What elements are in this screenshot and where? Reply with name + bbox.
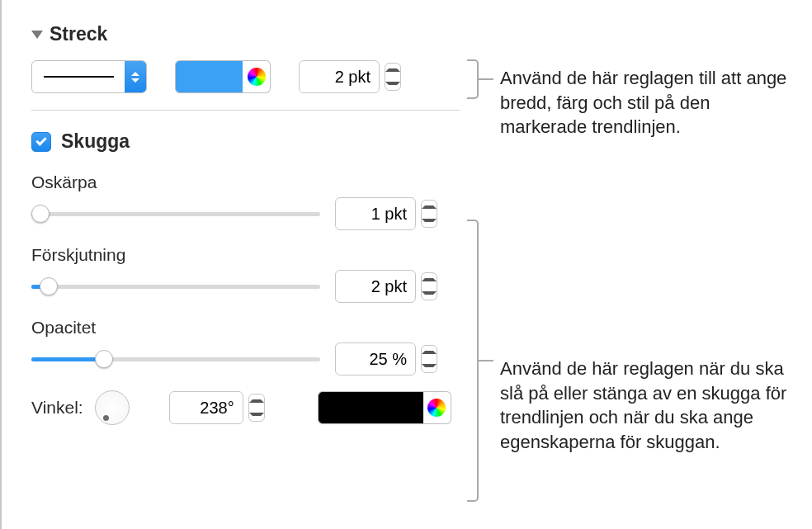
- stepper-up-icon: [385, 64, 400, 77]
- color-wheel-icon: [248, 68, 266, 86]
- stroke-section-header[interactable]: Streck: [31, 23, 460, 45]
- callout-tail-bottom: [479, 360, 493, 361]
- shadow-color-well: [318, 391, 451, 424]
- checkmark-icon: [35, 135, 46, 145]
- angle-label: Vinkel:: [31, 398, 83, 418]
- angle-dial[interactable]: [95, 390, 130, 425]
- blur-label: Oskärpa: [31, 172, 460, 192]
- shadow-color-picker-button[interactable]: [423, 391, 451, 424]
- disclosure-triangle-icon: [31, 31, 43, 39]
- blur-input[interactable]: [335, 197, 416, 230]
- angle-stepper[interactable]: [248, 394, 265, 422]
- shadow-title: Skugga: [61, 130, 130, 153]
- stroke-color-picker-button[interactable]: [243, 60, 271, 93]
- offset-stepper[interactable]: [421, 272, 437, 300]
- offset-input[interactable]: [335, 270, 416, 303]
- slider-thumb[interactable]: [31, 205, 50, 223]
- stroke-line-icon: [44, 76, 114, 78]
- opacity-input[interactable]: [335, 342, 416, 375]
- stroke-controls-row: [31, 60, 460, 93]
- callout-bracket-bottom: [467, 220, 479, 502]
- callout-bracket-top: [467, 59, 479, 99]
- slider-thumb[interactable]: [95, 350, 113, 368]
- offset-label: Förskjutning: [31, 245, 460, 265]
- opacity-stepper[interactable]: [421, 345, 437, 373]
- opacity-group: Opacitet: [31, 318, 460, 375]
- stroke-color-swatch[interactable]: [175, 60, 243, 93]
- stroke-title: Streck: [50, 23, 107, 45]
- angle-input[interactable]: [169, 391, 243, 424]
- inspector-panel: Streck Skug: [0, 0, 479, 529]
- callout-text-top: Använd de här reglagen till att ange bre…: [500, 66, 797, 139]
- angle-indicator-icon: [103, 415, 109, 421]
- shadow-checkbox[interactable]: [31, 132, 51, 152]
- offset-slider[interactable]: [31, 275, 320, 298]
- offset-group: Förskjutning: [31, 245, 460, 303]
- callout-tail-top: [479, 78, 493, 80]
- opacity-label: Opacitet: [31, 318, 460, 338]
- blur-slider[interactable]: [31, 202, 320, 225]
- blur-stepper[interactable]: [421, 200, 437, 228]
- shadow-section-header: Skugga: [31, 130, 460, 153]
- opacity-slider[interactable]: [31, 347, 320, 371]
- stroke-width-stepper[interactable]: [385, 63, 401, 91]
- dropdown-arrows-icon: [125, 61, 146, 92]
- stroke-color-well: [175, 60, 271, 93]
- stepper-down-icon: [385, 77, 400, 90]
- shadow-color-swatch[interactable]: [318, 391, 423, 424]
- slider-thumb[interactable]: [40, 277, 58, 295]
- callout-text-bottom: Använd de här reglagen när du ska slå på…: [500, 357, 805, 455]
- color-wheel-icon: [427, 399, 446, 417]
- section-divider: [31, 110, 460, 111]
- stroke-style-dropdown[interactable]: [31, 60, 147, 93]
- stroke-preview: [32, 76, 125, 78]
- stroke-width-input[interactable]: [299, 60, 380, 93]
- blur-group: Oskärpa: [31, 172, 460, 230]
- angle-row: Vinkel:: [31, 390, 460, 425]
- stroke-width-field: [299, 60, 401, 93]
